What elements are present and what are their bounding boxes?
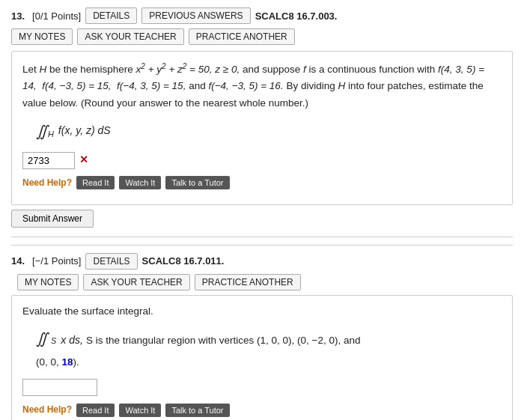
- question-divider: [11, 245, 513, 246]
- q14-number: 14.: [11, 255, 25, 267]
- q14-body: Evaluate the surface integral. ∬S x ds, …: [11, 295, 513, 421]
- q13-read-it-button[interactable]: Read It: [76, 176, 115, 189]
- q13-var-h: H: [40, 64, 47, 75]
- question-13-header: 13. [0/1 Points] DETAILS PREVIOUS ANSWER…: [11, 7, 513, 24]
- q13-body: Let H be the hemisphere x2 + y2 + z2 = 5…: [11, 51, 513, 205]
- q13-text: Let H be the hemisphere x2 + y2 + z2 = 5…: [22, 59, 502, 112]
- q13-answer-input[interactable]: [22, 152, 75, 169]
- q13-points: [0/1 Points]: [32, 10, 81, 22]
- q13-action-buttons: MY NOTES ASK YOUR TEACHER PRACTICE ANOTH…: [11, 28, 513, 45]
- q13-var-f: f: [303, 64, 306, 75]
- q14-details-button[interactable]: DETAILS: [85, 253, 137, 270]
- q13-need-help-label: Need Help?: [22, 175, 72, 190]
- q13-incorrect-icon: ✕: [79, 151, 88, 169]
- q14-scalc-label: SCALC8 16.7.011.: [142, 255, 225, 267]
- q14-talk-tutor-button[interactable]: Talk to a Tutor: [165, 404, 229, 417]
- q13-f-value4: f(−4, −3, 5) = 16.: [208, 80, 283, 91]
- q14-vertex-highlight: (0, 0, 18).: [36, 354, 502, 371]
- q14-help-row: Need Help? Read It Watch It Talk to a Tu…: [22, 402, 502, 417]
- q14-surface-desc: S is the triangular region with vertices…: [86, 332, 361, 350]
- q13-prev-answers-button[interactable]: PREVIOUS ANSWERS: [141, 7, 250, 24]
- q14-watch-it-button[interactable]: Watch It: [119, 404, 161, 417]
- page: 13. [0/1 Points] DETAILS PREVIOUS ANSWER…: [0, 0, 524, 420]
- q13-practice-another-button[interactable]: PRACTICE ANOTHER: [189, 28, 295, 45]
- question-14-header: 14. [−/1 Points] DETAILS SCALC8 16.7.011…: [11, 253, 513, 290]
- q14-my-notes-button[interactable]: MY NOTES: [17, 274, 79, 290]
- q14-ask-teacher-button[interactable]: ASK YOUR TEACHER: [83, 274, 189, 290]
- q13-number: 13.: [11, 10, 25, 22]
- q13-details-button[interactable]: DETAILS: [85, 7, 137, 24]
- q13-answer-row: ✕: [22, 151, 502, 169]
- q13-help-row: Need Help? Read It Watch It Talk to a Tu…: [22, 175, 502, 190]
- q14-practice-another-button[interactable]: PRACTICE ANOTHER: [195, 274, 301, 290]
- q14-text: Evaluate the surface integral.: [22, 303, 502, 320]
- q13-var-h2: H: [338, 80, 345, 91]
- q14-answer-row: [22, 379, 502, 396]
- q13-integral-display: ∬H f(x, y, z) dS: [36, 118, 502, 144]
- q14-integral-display: ∬S x ds, S is the triangular region with…: [36, 326, 502, 351]
- q13-submit-button[interactable]: Submit Answer: [11, 210, 94, 228]
- q13-equation: x2 + y2 + z2 = 50, z ≥ 0,: [136, 64, 240, 75]
- q14-read-it-button[interactable]: Read It: [76, 404, 115, 417]
- q14-need-help-label: Need Help?: [22, 402, 72, 417]
- q13-ask-teacher-button[interactable]: ASK YOUR TEACHER: [77, 28, 183, 45]
- q13-scalc-label: SCALC8 16.7.003.: [255, 10, 338, 22]
- q13-my-notes-button[interactable]: MY NOTES: [11, 28, 73, 45]
- q14-points: [−/1 Points]: [32, 255, 81, 267]
- q14-answer-input[interactable]: [22, 379, 97, 396]
- q13-talk-tutor-button[interactable]: Talk to a Tutor: [165, 176, 229, 189]
- q13-watch-it-button[interactable]: Watch It: [119, 176, 161, 189]
- q14-bold-18: 18: [62, 356, 73, 368]
- question-14-block: 14. [−/1 Points] DETAILS SCALC8 16.7.011…: [11, 253, 513, 421]
- question-13-block: 13. [0/1 Points] DETAILS PREVIOUS ANSWER…: [11, 7, 513, 237]
